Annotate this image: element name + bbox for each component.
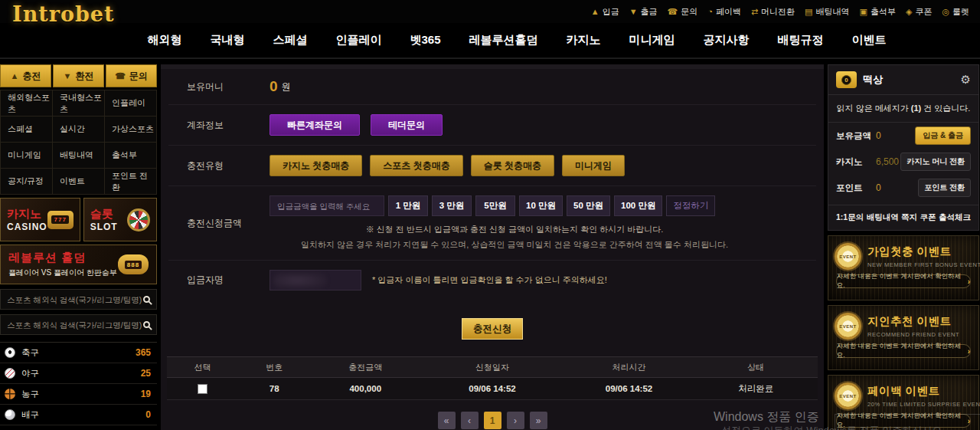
depositor-name-input[interactable]: [270, 270, 361, 290]
type-slot-bonus-button[interactable]: 슬롯 첫충매충: [471, 155, 554, 176]
nav-item-notice[interactable]: 공지사항: [704, 33, 750, 48]
site-logo[interactable]: Introbet: [12, 2, 115, 26]
unread-message-notice[interactable]: 읽지 않은 메세지가 (1) 건 있습니다.: [828, 95, 978, 122]
gear-icon[interactable]: ⚙: [961, 73, 971, 87]
topbar-link-money-transfer[interactable]: ⇄머니전환: [751, 6, 795, 18]
type-minigame-button[interactable]: 미니게임: [562, 155, 625, 176]
revolution-holdem-banner[interactable]: 레볼루션 홀덤 플레이어 VS 플레이어 한판승부 888: [0, 245, 157, 284]
sport-row-soccer[interactable]: 축구365: [0, 343, 157, 363]
sidebar-item-bet-history[interactable]: 배팅내역: [53, 143, 104, 168]
row-checkbox[interactable]: [198, 384, 207, 394]
tether-inquiry-button[interactable]: 테더문의: [371, 114, 443, 136]
page-first-button[interactable]: «: [438, 412, 456, 429]
nav-item-inplay[interactable]: 인플레이: [335, 33, 381, 48]
sport-name: 축구: [21, 347, 129, 359]
coin-icon: 0: [841, 75, 851, 85]
sidebar-item-inplay[interactable]: 인플레이: [105, 90, 156, 116]
event-banner-friend-referral[interactable]: EVENT 지인추천 이벤트 RECOMMEND FRIEND EVENT 자세…: [828, 305, 979, 370]
wallet-row-point: 포인트 0 포인트 전환: [828, 175, 978, 205]
deposit-submit-button[interactable]: 충전신청: [462, 318, 523, 340]
sidebar-item-event[interactable]: 이벤트: [53, 169, 104, 194]
type-casino-bonus-button[interactable]: 카지노 첫충매충: [270, 155, 362, 176]
nav-item-minigame[interactable]: 미니게임: [629, 33, 675, 48]
topbar-link-inquiry[interactable]: ☎문의: [668, 6, 698, 18]
amount-30000-button[interactable]: 3 만원: [432, 195, 472, 216]
topbar-link-withdraw[interactable]: ▼출금: [629, 6, 658, 18]
event-banner-first-deposit[interactable]: EVENT 가입첫충 이벤트 NEW MEMBER FIRST BONUS EV…: [828, 235, 979, 300]
sidebar-item-domestic-sports[interactable]: 국내형스포츠: [53, 90, 104, 116]
nav-item-casino[interactable]: 카지노: [567, 33, 601, 48]
amount-1000000-button[interactable]: 100 만원: [614, 195, 662, 216]
deposit-amount-label: 충전신청금액: [187, 217, 270, 230]
tab-attendance[interactable]: 출석체크: [939, 212, 971, 223]
search-icon[interactable]: [143, 296, 150, 303]
sports-list: 축구365 야구25 농구19 배구0 아이스 하키11: [0, 342, 157, 430]
event-banner-payback[interactable]: EVENT 페이백 이벤트 20% TIME LIMITED SURPRISE …: [828, 375, 979, 430]
inquiry-button[interactable]: ☎문의: [106, 64, 157, 87]
withdraw-icon: ▼: [64, 71, 72, 80]
nav-item-revolution-holdem[interactable]: 레볼루션홀덤: [469, 33, 538, 48]
page-next-button[interactable]: ›: [507, 412, 524, 429]
page-1-button[interactable]: 1: [484, 412, 501, 429]
type-sports-bonus-button[interactable]: 스포츠 첫충매충: [370, 155, 462, 176]
topbar-link-deposit[interactable]: ▲입금: [591, 6, 619, 18]
sport-row-ice-hockey[interactable]: 아이스 하키11: [0, 425, 157, 430]
balance-value: 0: [270, 78, 278, 95]
sidebar-item-minigame[interactable]: 미니게임: [1, 143, 52, 168]
quick-account-inquiry-button[interactable]: 빠른계좌문의: [270, 114, 360, 136]
sidebar-item-special[interactable]: 스페셜: [1, 117, 52, 142]
casino-banner[interactable]: 카지노CASINO 777: [0, 198, 80, 241]
event-detail-link[interactable]: 자세한 내용은 이벤트 게시판에서 확인하세요.›: [836, 274, 971, 288]
topbar-link-attendance[interactable]: ▣출석부: [860, 6, 896, 18]
col-status: 상태: [694, 357, 818, 378]
quick-button-label: 문의: [129, 70, 148, 83]
sport-row-baseball[interactable]: 야구25: [0, 363, 157, 384]
nav-item-overseas[interactable]: 해외형: [147, 33, 181, 48]
amount-500000-button[interactable]: 50 만원: [567, 195, 610, 216]
topbar-link-label: 출석부: [871, 6, 896, 18]
sidebar-item-notice-rules[interactable]: 공지/규정: [1, 169, 52, 194]
event-detail-link[interactable]: 자세한 내용은 이벤트 게시판에서 확인하세요.›: [836, 414, 971, 428]
topbar-link-payback[interactable]: ◔페이백: [707, 6, 741, 18]
nav-item-domestic[interactable]: 국내형: [210, 33, 244, 48]
drum-reel-text: 888: [125, 261, 142, 269]
amount-clear-button[interactable]: 정정하기: [666, 195, 715, 216]
sidebar-item-realtime[interactable]: 실시간: [53, 117, 104, 142]
sidebar-item-virtual-sports[interactable]: 가상스포츠: [105, 117, 156, 142]
sidebar-item-attendance[interactable]: 출석부: [105, 143, 156, 168]
tab-message[interactable]: 쪽지: [901, 212, 917, 223]
sports-search-input-2[interactable]: [7, 320, 143, 330]
withdraw-button[interactable]: ▼환전: [53, 64, 104, 87]
search-icon[interactable]: [143, 321, 150, 328]
amount-100000-button[interactable]: 10 만원: [519, 195, 563, 216]
page-prev-button[interactable]: ‹: [461, 412, 479, 429]
sport-row-basketball[interactable]: 농구19: [0, 384, 157, 405]
deposit-withdraw-button[interactable]: 입금 & 출금: [915, 126, 971, 145]
sidebar-item-point-convert[interactable]: 포인트 전환: [105, 169, 156, 194]
topbar-link-roulette[interactable]: ◎룰렛: [942, 6, 969, 18]
slot-banner[interactable]: 슬롯SLOT: [83, 198, 157, 241]
event-medal-icon: EVENT: [835, 313, 861, 340]
nav-item-bet365[interactable]: 벳365: [410, 33, 440, 48]
deposit-amount-input[interactable]: [270, 195, 384, 216]
sports-search-input-1[interactable]: [7, 295, 143, 304]
deposit-button[interactable]: ▲충전: [0, 64, 51, 87]
casino-money-convert-button[interactable]: 카지노 머니 전환: [900, 153, 971, 171]
event-detail-link[interactable]: 자세한 내용은 이벤트 게시판에서 확인하세요.›: [836, 344, 971, 358]
tab-1to1-inquiry[interactable]: 1:1문의: [836, 212, 864, 223]
point-convert-button[interactable]: 포인트 전환: [918, 179, 971, 197]
nav-item-special[interactable]: 스페셜: [273, 33, 307, 48]
sport-row-volleyball[interactable]: 배구0: [0, 405, 157, 425]
slot-banner-subtitle: SLOT: [90, 222, 118, 232]
page-last-button[interactable]: »: [530, 412, 547, 429]
topbar-link-bet-history[interactable]: ▤배팅내역: [805, 6, 849, 18]
nav-item-betting-rules[interactable]: 배팅규정: [778, 33, 824, 48]
tab-coupon[interactable]: 쿠폰: [920, 212, 936, 223]
right-sidebar: 0 떡상 ⚙ 읽지 않은 메세지가 (1) 건 있습니다. 보유금액 0 입금 …: [828, 64, 979, 430]
topbar-link-coupon[interactable]: ◈쿠폰: [906, 6, 932, 18]
amount-10000-button[interactable]: 1 만원: [388, 195, 428, 216]
sidebar-item-overseas-sports[interactable]: 해외형스포츠: [1, 90, 52, 116]
nav-item-event[interactable]: 이벤트: [852, 33, 887, 48]
tab-bet-history[interactable]: 배팅내역: [867, 212, 899, 223]
amount-50000-button[interactable]: 5만원: [475, 195, 515, 216]
